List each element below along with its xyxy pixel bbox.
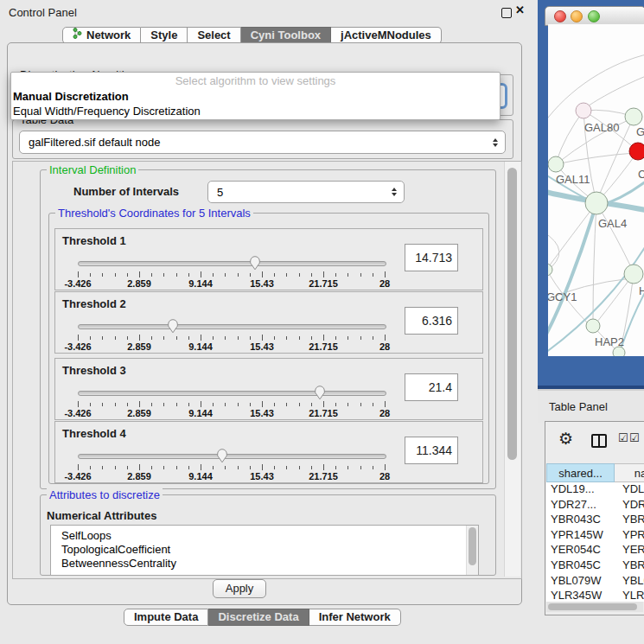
slider-tick-label: 28 [379,341,390,352]
network-node[interactable] [548,156,564,172]
threshold-slider[interactable]: -3.4262.8599.14415.4321.71528 [78,316,386,351]
slider-tick [373,466,373,469]
apply-button[interactable]: Apply [213,579,266,598]
slider-tick [78,335,79,341]
network-node[interactable] [586,319,600,333]
slider-tick [311,403,312,406]
network-node[interactable] [629,143,644,160]
tab-network[interactable]: Network [62,27,141,44]
slider-tick-label: 15.43 [250,278,274,289]
slider-thumb-icon[interactable] [248,256,261,274]
table-row[interactable]: YER054CYER0 [546,543,644,558]
slider-tick [90,466,91,469]
slider-tick [262,464,263,470]
scrollbar-thumb[interactable] [507,168,517,460]
slider-thumb-icon[interactable] [314,386,327,404]
attributes-group-title: Attributes to discretize [47,488,163,501]
threshold-slider[interactable]: -3.4262.8599.14415.4321.71528 [78,253,386,288]
table-row[interactable]: YBL079WYBL0 [546,574,644,590]
network-node[interactable] [585,192,608,214]
checked-checkbox-icon[interactable]: ☑ [618,431,628,444]
slider-tick [311,466,312,469]
threshold-value-field[interactable]: 11.344 [405,437,458,464]
node-label-gal80: GAL80 [584,121,619,134]
minimize-traffic-light-icon[interactable] [571,10,583,22]
list-item-topologicalcoefficient[interactable]: TopologicalCoefficient [51,543,478,557]
scrollbar-thumb[interactable] [548,603,637,610]
zoom-traffic-light-icon[interactable] [588,10,600,22]
tab-impute-data[interactable]: Impute Data [124,609,208,626]
list-scrollbar[interactable] [466,526,478,575]
tab-discretize-data[interactable]: Discretize Data [208,609,309,626]
close-traffic-light-icon[interactable] [554,10,566,22]
network-edge[interactable] [585,74,644,108]
network-node[interactable] [576,103,591,118]
scrollbar-thumb[interactable] [469,527,476,565]
slider-thumb-icon[interactable] [215,449,228,467]
tab-label: Style [150,28,177,43]
dropdown-option-manual-discretization[interactable]: Manual Discretization [11,89,500,104]
slider-tick [151,273,152,277]
list-item-selfloops[interactable]: SelfLoops [51,529,478,543]
tab-jactivemnodules[interactable]: jActiveMNodules [331,27,442,44]
network-edge[interactable] [593,203,596,319]
tab-label: Discretize Data [218,609,298,625]
column-header-name[interactable]: name [615,463,644,482]
threshold-value-field[interactable]: 14.713 [405,244,458,271]
dropdown-option-equal-width-frequency-discretization[interactable]: Equal Width/Frequency Discretization [11,104,500,118]
slider-tick [127,336,128,340]
slider-tick [225,273,226,277]
table-row[interactable]: YLR345WYLR3 [546,589,644,602]
threshold-value-field[interactable]: 6.316 [405,307,458,335]
cell-shared-name: YBL079W [546,574,615,590]
numerical-attributes-list[interactable]: SelfLoopsTopologicalCoefficientBetweenne… [50,525,479,576]
table-row[interactable]: YDR27...YDR2 [546,498,644,513]
table-row[interactable]: YPR145WYPR1 [546,528,644,544]
node-label-ga: GA [636,125,644,138]
tab-cyni-toolbox[interactable]: Cyni Toolbox [241,27,331,44]
slider-tick [323,271,324,277]
horizontal-scrollbar[interactable] [546,602,643,612]
slider-tick [348,336,348,340]
threshold-slider[interactable]: -3.4262.8599.14415.4321.71528 [78,446,386,481]
table-data-combobox[interactable]: galFiltered.sif default node [19,131,506,154]
vertical-scrollbar[interactable] [504,162,520,577]
threshold-slider[interactable]: -3.4262.8599.14415.4321.71528 [78,383,386,418]
network-node[interactable] [624,265,643,284]
slider-tick-label: -3.426 [64,408,91,418]
tab-infer-network[interactable]: Infer Network [309,609,401,626]
cell-name: YER0 [615,543,644,558]
network-graph[interactable]: GAL80GACGAL11GAL4GCY1HHAP2 [548,24,644,356]
column-header-shared[interactable]: shared... [546,463,615,482]
gear-icon[interactable]: ⚙ [558,429,573,449]
network-node[interactable] [548,264,552,276]
node-label-c: C [638,168,644,181]
table-row[interactable]: YBR045CYBR0 [546,558,644,574]
float-window-icon[interactable] [501,8,512,18]
slider-track [78,324,386,329]
node-label-h: H [639,284,644,297]
columns-icon[interactable] [591,434,607,448]
number-of-intervals-combobox[interactable]: 5 [207,181,405,203]
tab-select[interactable]: Select [188,27,240,44]
table-row[interactable]: YBR043CYBR0 [546,513,644,528]
network-view-canvas[interactable]: GAL80GACGAL11GAL4GCY1HHAP2 [548,24,644,356]
slider-thumb-icon[interactable] [167,319,180,337]
table-panel: ⚙ ☑ ☑ shared...name YDL19...YDL1YDR27...… [545,421,644,615]
slider-tick [201,464,201,470]
table-row[interactable]: YDL19...YDL1 [546,482,644,498]
checked-checkbox-icon[interactable]: ☑ [629,431,640,444]
threshold-value-field[interactable]: 21.4 [405,373,458,401]
cell-shared-name: YLR345W [546,589,615,602]
list-item-betweennesscentrality[interactable]: BetweennessCentrality [51,557,478,571]
slider-tick [286,466,287,469]
network-edge[interactable] [549,203,596,266]
slider-tick [299,403,300,406]
slider-tick [163,466,164,469]
tab-style[interactable]: Style [141,27,188,44]
slider-tick [151,403,152,406]
network-edge[interactable] [556,153,634,164]
node-label-gcy1: GCY1 [548,290,577,303]
close-icon[interactable]: ✕ [515,3,525,16]
network-node[interactable] [625,108,642,125]
